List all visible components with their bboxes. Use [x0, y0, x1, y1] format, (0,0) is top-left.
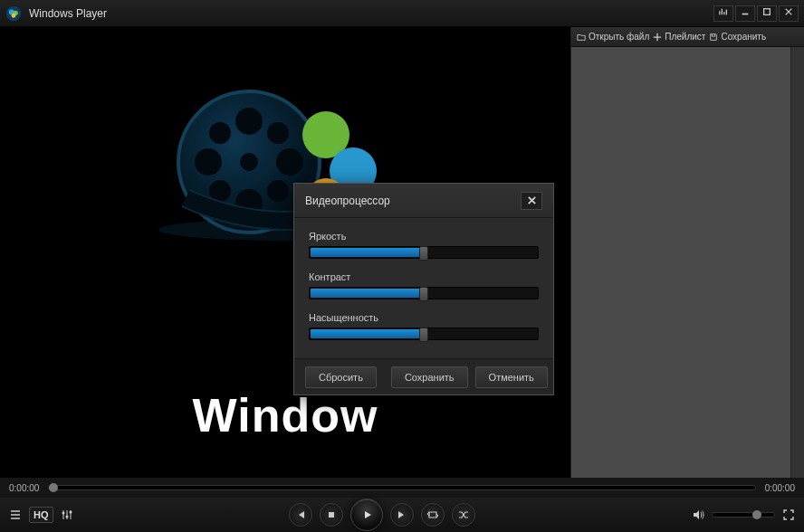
saturation-handle[interactable] [419, 328, 428, 342]
repeat-icon [426, 508, 439, 521]
save-button[interactable]: Сохранить [391, 366, 468, 388]
dialog-close-button[interactable] [521, 192, 542, 210]
cancel-button[interactable]: Отменить [475, 366, 548, 388]
svg-point-15 [267, 180, 289, 202]
volume-icon [692, 508, 704, 521]
volume-knob[interactable] [752, 510, 761, 519]
seek-bar: 0:00:00 0:00:00 [0, 478, 804, 498]
seek-track[interactable] [48, 485, 755, 490]
shuffle-button[interactable] [452, 503, 475, 527]
contrast-slider[interactable] [309, 287, 539, 299]
folder-open-icon [577, 33, 586, 42]
dialog-title: Видеопроцессор [305, 195, 390, 207]
contrast-label: Контраст [309, 271, 539, 282]
contrast-handle[interactable] [419, 287, 428, 301]
skip-back-icon [294, 508, 307, 521]
svg-point-10 [195, 148, 222, 176]
app-icon [5, 5, 22, 22]
control-bar: HQ [0, 498, 804, 532]
repeat-button[interactable] [421, 503, 445, 527]
open-file-button[interactable]: Открыть файл [577, 32, 649, 42]
svg-point-22 [69, 511, 72, 514]
sliders-icon [61, 508, 73, 521]
brightness-label: Яркость [309, 231, 539, 242]
svg-point-11 [276, 148, 303, 176]
list-icon [9, 508, 22, 521]
time-total: 0:00:00 [765, 483, 795, 493]
playlist-add-button[interactable]: Плейлист [653, 32, 705, 42]
next-button[interactable] [390, 503, 414, 527]
saturation-fill [311, 329, 425, 338]
close-button[interactable] [779, 5, 799, 22]
fullscreen-icon [782, 508, 795, 521]
svg-point-8 [235, 108, 263, 135]
app-title: Windows Player [29, 7, 712, 20]
play-icon [360, 508, 373, 521]
fullscreen-button[interactable] [782, 508, 795, 521]
playlist-scrollbar-thumb[interactable] [793, 49, 802, 80]
playlist-panel: Открыть файл Плейлист Сохранить [570, 27, 804, 478]
svg-rect-5 [764, 8, 770, 14]
reset-button[interactable]: Сбросить [305, 366, 377, 388]
settings-button[interactable] [61, 508, 73, 521]
brightness-slider[interactable] [309, 246, 539, 259]
svg-point-13 [267, 122, 289, 144]
stop-icon [325, 508, 338, 521]
watermark-text: Window [193, 388, 378, 442]
volume-track[interactable] [712, 512, 775, 518]
mute-button[interactable] [692, 508, 704, 521]
prev-button[interactable] [289, 503, 312, 527]
title-bar: Windows Player [0, 0, 804, 27]
hq-badge[interactable]: HQ [29, 507, 53, 523]
saturation-label: Насыщенность [309, 312, 539, 323]
playlist-save-label: Сохранить [721, 32, 766, 42]
play-button[interactable] [350, 499, 383, 531]
video-area[interactable]: Window Видеопроцессор Яркость К [0, 27, 570, 478]
svg-point-14 [209, 180, 231, 202]
time-current: 0:00:00 [9, 483, 39, 493]
svg-point-20 [62, 512, 64, 515]
plus-icon [653, 33, 662, 42]
svg-point-9 [235, 189, 263, 216]
brightness-fill [311, 248, 425, 257]
brightness-handle[interactable] [419, 246, 428, 261]
saturation-slider[interactable] [309, 328, 539, 340]
shuffle-icon [457, 508, 470, 521]
seek-knob[interactable] [49, 483, 58, 492]
save-icon [709, 33, 718, 42]
svg-point-17 [302, 111, 349, 158]
contrast-fill [311, 289, 425, 298]
playlist-body[interactable] [571, 47, 804, 478]
stop-button[interactable] [320, 503, 343, 527]
svg-point-21 [65, 516, 68, 518]
playlist-save-button[interactable]: Сохранить [709, 32, 766, 42]
playlist-add-label: Плейлист [665, 32, 705, 42]
svg-point-16 [240, 153, 258, 171]
open-file-label: Открыть файл [589, 32, 649, 42]
playlist-toolbar: Открыть файл Плейлист Сохранить [571, 27, 804, 47]
svg-point-12 [209, 122, 231, 144]
svg-rect-23 [329, 512, 334, 518]
equalizer-button[interactable] [713, 5, 733, 22]
playlist-toggle-button[interactable] [9, 508, 22, 521]
svg-point-3 [12, 13, 16, 17]
minimize-button[interactable] [735, 5, 755, 22]
skip-forward-icon [396, 508, 408, 521]
maximize-button[interactable] [757, 5, 777, 22]
svg-rect-4 [742, 13, 749, 14]
video-processor-dialog: Видеопроцессор Яркость Контраст [293, 183, 554, 395]
